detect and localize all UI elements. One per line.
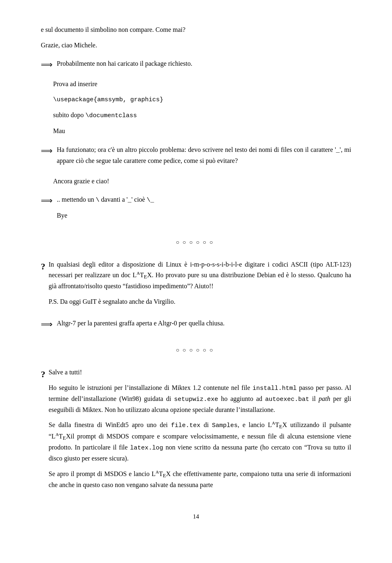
ps-text: P.S. Da oggi GuIT è segnalato anche da V…: [49, 296, 351, 307]
subito-line: subito dopo \documentclass: [53, 110, 351, 121]
q2-para-1: Ho seguito le istruzioni per l’installaz…: [49, 383, 351, 415]
para-1: e sul documento il simbolino non compare…: [41, 24, 351, 35]
arrow-text-4: Altgr-7 per la parentesi graffa aperta e…: [57, 318, 351, 329]
arrow-text-2: Ha funzionato; ora c'è un altro piccolo …: [57, 145, 351, 166]
page: e sul documento il simbolino non compare…: [0, 0, 392, 563]
arrow-text-1: Probabilmente non hai caricato il packag…: [57, 58, 351, 69]
usepackage-line: \usepackage{amssymb, graphics}: [53, 94, 351, 105]
arrow-content-4: Altgr-7 per la parentesi graffa aperta e…: [57, 318, 351, 334]
arrow-content-2: Ha funzionato; ora c'è un altro piccolo …: [57, 145, 351, 171]
documentclass-code: \documentclass: [85, 112, 137, 119]
question-text-1: In qualsiasi degli editor a disposizione…: [49, 259, 351, 292]
question-mark-2: ?: [41, 367, 45, 381]
arrow-block-3: ⟹ .. mettendo un \ davanti a '_' cioè \_…: [41, 194, 351, 226]
question-content-1: In qualsiasi degli editor a disposizione…: [49, 259, 351, 312]
bye-text: Bye: [57, 210, 351, 221]
separator-2: ○○○○○○: [41, 346, 351, 355]
question-section-1: ? In qualsiasi degli editor a disposizio…: [41, 259, 351, 312]
ancora-block: Ancora grazie e ciao!: [53, 176, 351, 187]
insert-block: Prova ad inserire \usepackage{amssymb, g…: [53, 79, 351, 136]
prova-text: Prova ad inserire: [53, 79, 351, 89]
ancora-text: Ancora grazie e ciao!: [53, 176, 351, 187]
arrow-block-1: ⟹ Probabilmente non hai caricato il pack…: [41, 58, 351, 74]
question-section-2: ? Salve a tutti! Ho seguito le istruzion…: [41, 367, 351, 495]
content: e sul documento il simbolino non compare…: [41, 24, 351, 521]
arrow-icon-2: ⟹: [41, 145, 53, 157]
q2-para-2: Se dalla finestra di WinEdt5 apro uno de…: [49, 420, 351, 463]
question-mark-1: ?: [41, 259, 45, 274]
separator-1: ○○○○○○: [41, 238, 351, 247]
arrow-icon-1: ⟹: [41, 58, 53, 71]
page-number: 14: [41, 512, 351, 521]
arrow-icon-3: ⟹: [41, 194, 53, 207]
arrow-text-3: .. mettendo un \ davanti a '_' cioè \_: [57, 194, 351, 205]
para-2: Grazie, ciao Michele.: [41, 40, 351, 51]
salve-text: Salve a tutti!: [49, 367, 351, 378]
usepackage-code: \usepackage{amssymb, graphics}: [53, 96, 163, 103]
mau-text: Mau: [53, 126, 351, 136]
arrow-icon-4: ⟹: [41, 318, 53, 330]
arrow-content-1: Probabilmente non hai caricato il packag…: [57, 58, 351, 74]
arrow-block-2: ⟹ Ha funzionato; ora c'è un altro piccol…: [41, 145, 351, 171]
arrow-block-4: ⟹ Altgr-7 per la parentesi graffa aperta…: [41, 318, 351, 334]
opening-section: e sul documento il simbolino non compare…: [41, 24, 351, 50]
question-content-2: Salve a tutti! Ho seguito le istruzioni …: [49, 367, 351, 495]
q2-para-3: Se apro il prompt di MSDOS e lancio LATE…: [49, 469, 351, 490]
arrow-content-3: .. mettendo un \ davanti a '_' cioè \_ B…: [57, 194, 351, 226]
